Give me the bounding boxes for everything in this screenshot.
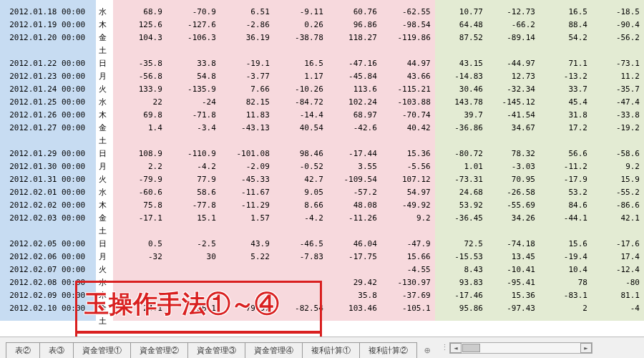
day-of-week-cell[interactable]: 金 [96,32,112,44]
value-cell[interactable]: -19.4 [540,251,592,263]
value-cell[interactable]: 30.46 [435,83,487,96]
value-cell[interactable]: -95.41 [487,276,540,289]
value-cell[interactable]: 13.45 [487,251,540,263]
value-cell[interactable] [167,44,220,57]
value-cell[interactable]: -3.03 [487,160,540,173]
value-cell[interactable]: 81.1 [592,289,644,302]
value-cell[interactable]: -77.8 [167,199,220,212]
value-cell[interactable]: 88.4 [540,19,592,32]
date-cell[interactable] [0,225,96,238]
value-cell[interactable]: -110.9 [167,147,220,160]
scrollbar-thumb[interactable] [462,344,480,352]
value-cell[interactable]: 77.9 [167,173,220,186]
date-cell[interactable]: 2012.01.24 00:00 [0,83,96,96]
value-cell[interactable]: 79.97 [220,302,274,315]
value-cell[interactable]: 103.46 [328,302,381,315]
value-cell[interactable]: -55.69 [487,199,540,212]
value-cell[interactable]: -70.9 [167,6,220,19]
value-cell[interactable] [113,289,167,302]
value-cell[interactable] [592,0,644,6]
value-cell[interactable]: 102.24 [328,96,381,109]
value-cell[interactable] [381,0,435,6]
value-cell[interactable]: -17.44 [328,147,381,160]
value-cell[interactable]: 17.2 [540,122,592,135]
value-cell[interactable]: -33.8 [592,109,644,122]
value-cell[interactable]: -4.55 [381,263,435,276]
date-cell[interactable] [0,0,96,6]
value-cell[interactable]: -109.54 [328,173,381,186]
value-cell[interactable]: 24.68 [435,186,487,199]
value-cell[interactable]: -89.14 [487,32,540,44]
date-cell[interactable]: 2012.02.08 00:00 [0,276,96,289]
value-cell[interactable]: 107.12 [381,173,435,186]
value-cell[interactable] [167,225,220,238]
value-cell[interactable] [592,225,644,238]
value-cell[interactable]: 35.8 [328,289,381,302]
value-cell[interactable]: 16.5 [540,6,592,19]
value-cell[interactable]: 40.42 [381,122,435,135]
day-of-week-cell[interactable]: 土 [96,225,112,238]
value-cell[interactable]: 8.66 [274,199,328,212]
value-cell[interactable] [487,135,540,147]
day-of-week-cell[interactable]: 日 [96,147,112,160]
value-cell[interactable]: -115.21 [381,83,435,96]
day-of-week-cell[interactable]: 土 [96,44,112,57]
value-cell[interactable]: 1.4 [113,122,167,135]
value-cell[interactable]: -79.9 [113,173,167,186]
value-cell[interactable]: -24 [167,96,220,109]
value-cell[interactable] [435,44,487,57]
value-cell[interactable]: -4 [592,302,644,315]
value-cell[interactable] [487,315,540,321]
value-cell[interactable]: 43.66 [381,70,435,83]
value-cell[interactable]: -66.2 [487,19,540,32]
value-cell[interactable]: 8.43 [435,263,487,276]
value-cell[interactable]: 82.15 [220,96,274,109]
value-cell[interactable]: 104.3 [113,32,167,44]
value-cell[interactable]: 143.78 [435,96,487,109]
value-cell[interactable]: 0.26 [274,19,328,32]
value-cell[interactable]: -73.1 [592,57,644,70]
value-cell[interactable]: -19.2 [592,122,644,135]
value-cell[interactable]: -4.2 [167,160,220,173]
value-cell[interactable] [274,289,328,302]
date-cell[interactable] [0,44,96,57]
value-cell[interactable]: 54.97 [381,186,435,199]
value-cell[interactable]: 11.83 [220,109,274,122]
value-cell[interactable]: 44.97 [381,57,435,70]
value-cell[interactable]: -106.3 [167,32,220,44]
value-cell[interactable]: 125.6 [113,19,167,32]
value-cell[interactable]: 15.6 [540,238,592,251]
value-cell[interactable] [113,315,167,321]
day-of-week-cell[interactable]: 火 [96,263,112,276]
value-cell[interactable] [220,0,274,6]
value-cell[interactable]: -60.6 [113,186,167,199]
value-cell[interactable]: 34.67 [487,122,540,135]
tab-shikin-3[interactable]: 資金管理③ [187,342,245,358]
value-cell[interactable]: -82.54 [274,302,328,315]
value-cell[interactable]: 96.86 [328,19,381,32]
value-cell[interactable]: -135.9 [167,83,220,96]
value-cell[interactable]: -36.45 [435,212,487,225]
date-cell[interactable] [0,315,96,321]
value-cell[interactable]: -4.2 [274,212,328,225]
value-cell[interactable]: 33.8 [167,57,220,70]
value-cell[interactable]: -11.29 [220,199,274,212]
day-of-week-cell[interactable]: 水 [96,186,112,199]
value-cell[interactable] [167,0,220,6]
value-cell[interactable]: -90.4 [592,19,644,32]
value-cell[interactable] [220,135,274,147]
value-cell[interactable]: 54.2 [540,32,592,44]
value-cell[interactable]: -38.78 [274,32,328,44]
value-cell[interactable]: 54.8 [167,70,220,83]
day-of-week-cell[interactable]: 水 [96,276,112,289]
value-cell[interactable] [540,225,592,238]
value-cell[interactable]: 43.9 [220,238,274,251]
value-cell[interactable]: 113.6 [328,83,381,96]
value-cell[interactable]: -17.46 [435,289,487,302]
value-cell[interactable] [113,44,167,57]
value-cell[interactable]: -83.1 [540,289,592,302]
value-cell[interactable]: -14.4 [274,109,328,122]
date-cell[interactable]: 2012.02.05 00:00 [0,238,96,251]
value-cell[interactable] [435,315,487,321]
value-cell[interactable]: 31.8 [540,109,592,122]
